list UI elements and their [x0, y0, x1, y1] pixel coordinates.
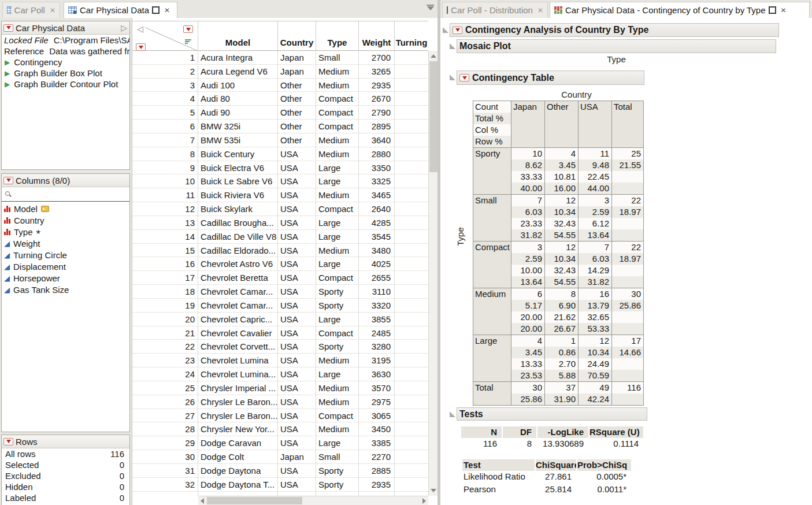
- country-cell[interactable]: Other: [278, 79, 316, 92]
- grid-row[interactable]: 12Buick SkylarkUSACompact2640: [132, 202, 428, 216]
- country-cell[interactable]: USA: [278, 354, 316, 367]
- rows-panel-header[interactable]: Rows: [2, 435, 129, 448]
- grid-row[interactable]: 27Chrysler Le Baron...USACompact3065: [132, 409, 428, 423]
- weight-cell[interactable]: 3450: [359, 422, 395, 436]
- type-cell[interactable]: Medium: [316, 422, 359, 436]
- turning-cell[interactable]: [395, 395, 428, 409]
- row-number-cell[interactable]: 1: [132, 51, 198, 65]
- model-cell[interactable]: Chrysler Le Baron...: [198, 395, 278, 409]
- grid-row[interactable]: 7BMW 535iOtherMedium3640: [132, 133, 428, 147]
- grid-row[interactable]: 32Dodge Daytona T...USASporty2935: [132, 478, 428, 492]
- row-number-cell[interactable]: 7: [132, 133, 198, 147]
- red-triangle-menu-icon[interactable]: [3, 438, 13, 445]
- country-cell[interactable]: USA: [278, 271, 316, 285]
- row-number-cell[interactable]: 18: [132, 285, 198, 299]
- weight-cell[interactable]: 3325: [359, 174, 395, 188]
- turning-cell[interactable]: [395, 133, 428, 147]
- weight-cell[interactable]: 2975: [359, 395, 395, 409]
- table-script-item[interactable]: ▶Contingency: [2, 57, 129, 68]
- grid-row[interactable]: 9Buick Electra V6USALarge3350: [132, 161, 428, 175]
- column-item[interactable]: ◢Weight: [2, 237, 129, 249]
- model-cell[interactable]: Chevrolet Astro V6: [198, 257, 278, 271]
- column-item[interactable]: ◢Turning Circle: [2, 249, 129, 261]
- turning-cell[interactable]: [395, 271, 428, 285]
- turning-cell[interactable]: [395, 174, 428, 188]
- close-icon[interactable]: ✕: [164, 6, 170, 14]
- row-number-cell[interactable]: 29: [132, 436, 198, 450]
- scroll-left-icon[interactable]: [201, 498, 204, 504]
- row-number-cell[interactable]: 11: [132, 188, 198, 202]
- tab-list-dropdown-icon[interactable]: [427, 5, 434, 10]
- columns-search-input[interactable]: [2, 187, 129, 202]
- row-number-cell[interactable]: 20: [132, 313, 198, 326]
- turning-cell[interactable]: [395, 450, 428, 464]
- turning-cell[interactable]: [395, 478, 428, 492]
- weight-cell[interactable]: 3480: [359, 244, 395, 258]
- contingency-table-outline-header[interactable]: Contingency Table: [457, 70, 644, 85]
- weight-cell[interactable]: 3465: [359, 188, 395, 202]
- weight-cell[interactable]: 3280: [359, 340, 395, 354]
- row-number-cell[interactable]: 2: [132, 65, 198, 79]
- type-cell[interactable]: Sporty: [316, 340, 359, 354]
- country-cell[interactable]: Japan: [278, 450, 316, 464]
- tab-contingency-report[interactable]: Car Physical Data - Contingency of Count…: [550, 2, 810, 18]
- type-cell[interactable]: Large: [316, 367, 359, 381]
- grid-row[interactable]: 1Acura IntegraJapanSmall2700: [132, 51, 428, 65]
- weight-cell[interactable]: 3640: [359, 133, 395, 147]
- row-number-cell[interactable]: 32: [132, 478, 198, 492]
- type-cell[interactable]: Medium: [316, 244, 359, 258]
- grid-row[interactable]: 18Chevrolet Camar...USASporty3110: [132, 285, 428, 299]
- country-cell[interactable]: USA: [278, 478, 316, 492]
- weight-cell[interactable]: 3265: [359, 65, 395, 79]
- weight-cell[interactable]: 3350: [359, 161, 395, 175]
- row-number-cell[interactable]: 24: [132, 367, 198, 381]
- grid-corner-cell[interactable]: ◁: [132, 21, 198, 50]
- turning-cell[interactable]: [395, 464, 428, 478]
- grid-row[interactable]: 14Cadillac De Ville V8USALarge3545: [132, 230, 428, 244]
- country-cell[interactable]: USA: [278, 464, 316, 478]
- model-cell[interactable]: Buick Riviera V6: [198, 188, 278, 202]
- grid-column-header[interactable]: Country: [278, 21, 316, 50]
- type-cell[interactable]: Large: [316, 230, 359, 244]
- table-panel-header[interactable]: Car Physical Data ▷: [2, 21, 129, 35]
- weight-cell[interactable]: 2670: [359, 92, 395, 106]
- model-cell[interactable]: Chevrolet Beretta: [198, 271, 278, 285]
- turning-cell[interactable]: [395, 354, 428, 367]
- weight-cell[interactable]: 3545: [359, 230, 395, 244]
- type-cell[interactable]: Compact: [316, 202, 359, 216]
- grid-row[interactable]: 19Chevrolet Camar...USASporty3320: [132, 299, 428, 313]
- country-cell[interactable]: USA: [278, 161, 316, 175]
- model-cell[interactable]: Chevrolet Corvett...: [198, 340, 278, 354]
- table-script-item[interactable]: ▶Graph Builder Contour Plot: [2, 79, 129, 90]
- row-number-cell[interactable]: 31: [132, 464, 198, 478]
- grid-row[interactable]: 15Cadillac Eldorado...USAMedium3480: [132, 244, 428, 258]
- turning-cell[interactable]: [395, 92, 428, 106]
- country-cell[interactable]: USA: [278, 313, 316, 326]
- close-icon[interactable]: ✕: [537, 6, 543, 14]
- type-cell[interactable]: Large: [316, 216, 359, 230]
- turning-cell[interactable]: [395, 120, 428, 133]
- tab-car-physical-data[interactable]: Car Physical Data ✕: [64, 2, 177, 18]
- column-item[interactable]: Model: [2, 203, 129, 214]
- close-icon[interactable]: ✕: [50, 6, 55, 14]
- grid-row[interactable]: 29Dodge CaravanUSALarge3385: [132, 436, 428, 450]
- type-cell[interactable]: Medium: [316, 395, 359, 409]
- turning-cell[interactable]: [395, 367, 428, 381]
- grid-column-header[interactable]: Turning: [395, 21, 428, 50]
- grid-row[interactable]: 28Chrysler New Yor...USAMedium3450: [132, 422, 428, 436]
- model-cell[interactable]: Chevrolet Capric...: [198, 313, 278, 326]
- type-cell[interactable]: Medium: [316, 188, 359, 202]
- grid-row[interactable]: 6BMW 325iOtherCompact2895: [132, 120, 428, 133]
- type-cell[interactable]: Compact: [316, 106, 359, 120]
- country-cell[interactable]: Other: [278, 133, 316, 147]
- row-number-cell[interactable]: 13: [132, 216, 198, 230]
- weight-cell[interactable]: 2790: [359, 106, 395, 120]
- row-number-cell[interactable]: 15: [132, 244, 198, 258]
- model-cell[interactable]: BMW 535i: [198, 133, 278, 147]
- turning-cell[interactable]: [395, 65, 428, 79]
- row-number-cell[interactable]: 30: [132, 450, 198, 464]
- weight-cell[interactable]: 2640: [359, 202, 395, 216]
- model-cell[interactable]: Chrysler New Yor...: [198, 422, 278, 436]
- turning-cell[interactable]: [395, 161, 428, 175]
- column-item[interactable]: ◢Gas Tank Size: [2, 284, 129, 295]
